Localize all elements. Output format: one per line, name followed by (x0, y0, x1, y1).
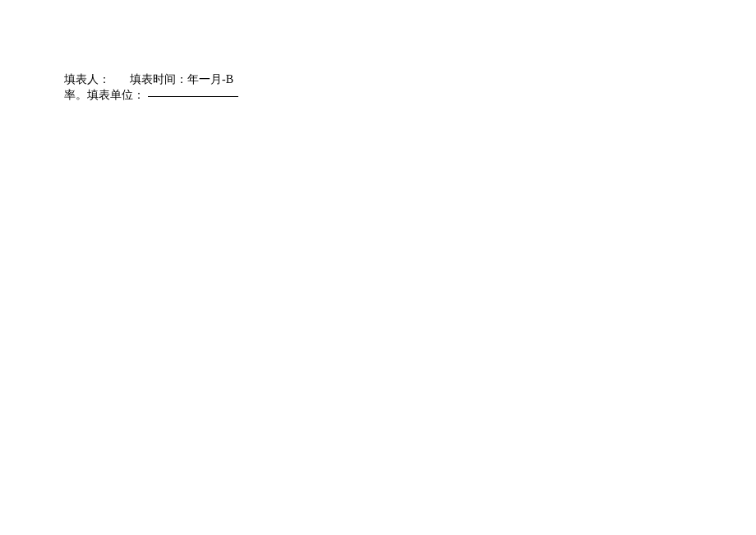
filler-label: 填表人： (64, 73, 110, 85)
form-header-block: 填表人：填表时间：年一月-B 率。填表单位： (64, 72, 689, 104)
form-line-2: 率。填表单位： (64, 88, 689, 104)
line2-prefix: 率。 (64, 89, 87, 101)
form-line-1: 填表人：填表时间：年一月-B (64, 72, 689, 88)
time-value: 年一月-B (187, 73, 233, 85)
time-label: 填表时间： (130, 73, 187, 85)
unit-label: 填表单位： (87, 89, 145, 101)
unit-blank-underline (148, 96, 238, 97)
